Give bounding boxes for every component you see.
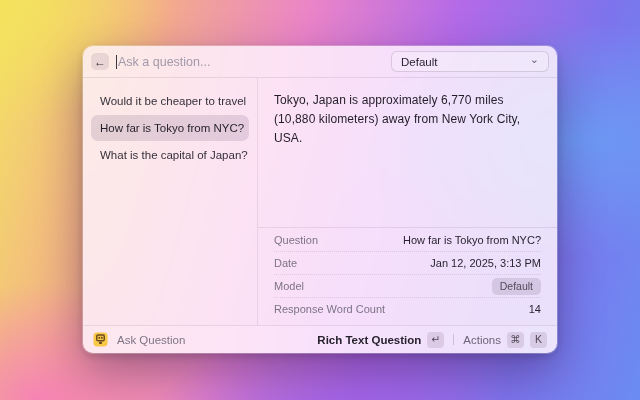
detail-panel: Tokyo, Japan is approximately 6,770 mile…	[258, 78, 557, 325]
return-key-icon[interactable]: ↵	[427, 332, 444, 348]
ask-question-app-icon	[93, 332, 108, 347]
footer-bar: Ask Question Rich Text Question ↵ Action…	[83, 325, 557, 353]
metadata-value: 14	[529, 303, 541, 315]
metadata-label: Date	[274, 257, 297, 269]
metadata-row-model: Model Default	[274, 274, 541, 297]
question-list: Would it be cheaper to travel to Euro...…	[83, 78, 258, 325]
footer-actions: Rich Text Question ↵ Actions ⌘ K	[317, 332, 547, 348]
back-arrow-icon: ←	[94, 56, 106, 68]
metadata-row-date: Date Jan 12, 2025, 3:13 PM	[274, 251, 541, 274]
metadata-label: Model	[274, 280, 304, 292]
metadata-value: Jan 12, 2025, 3:13 PM	[430, 257, 541, 269]
chevron-down-icon: ⌄	[530, 57, 539, 63]
metadata-label: Response Word Count	[274, 303, 385, 315]
content-area: Would it be cheaper to travel to Euro...…	[83, 78, 557, 325]
metadata-row-word-count: Response Word Count 14	[274, 297, 541, 320]
footer-divider	[453, 334, 454, 345]
model-dropdown-value: Default	[401, 56, 437, 68]
metadata-label: Question	[274, 234, 318, 246]
list-item-question-3[interactable]: What is the capital of Japan?	[91, 142, 249, 168]
text-cursor	[116, 55, 117, 69]
primary-action-button[interactable]: Rich Text Question	[317, 334, 421, 346]
model-badge: Default	[492, 278, 541, 295]
header: ← Default ⌄	[83, 46, 557, 78]
model-dropdown[interactable]: Default ⌄	[391, 51, 549, 72]
metadata-section: Question How far is Tokyo from NYC? Date…	[258, 227, 557, 325]
k-key-icon[interactable]: K	[530, 332, 547, 348]
command-name: Ask Question	[117, 334, 185, 346]
answer-text: Tokyo, Japan is approximately 6,770 mile…	[258, 78, 557, 227]
raycast-window: ← Default ⌄ Would it be cheaper to trave…	[83, 46, 557, 353]
list-item-question-2-selected[interactable]: How far is Tokyo from NYC?	[91, 115, 249, 141]
search-input[interactable]	[118, 46, 391, 77]
metadata-row-question: Question How far is Tokyo from NYC?	[274, 228, 541, 251]
command-key-icon[interactable]: ⌘	[507, 332, 524, 348]
back-button[interactable]: ←	[91, 53, 109, 70]
actions-menu-button[interactable]: Actions	[463, 334, 501, 346]
metadata-value: How far is Tokyo from NYC?	[403, 234, 541, 246]
search-field-wrap	[116, 46, 391, 77]
list-item-question-1[interactable]: Would it be cheaper to travel to Euro...	[91, 88, 249, 114]
